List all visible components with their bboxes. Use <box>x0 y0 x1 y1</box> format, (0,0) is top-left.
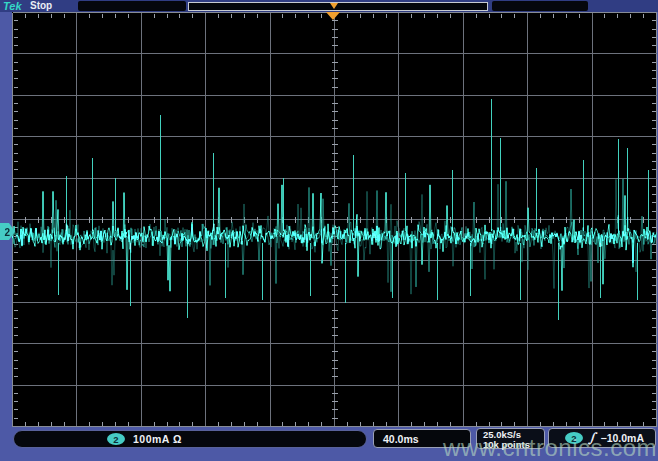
channel2-readout[interactable]: 2 100mA Ω <box>13 430 367 448</box>
titlebar-readout-box-right <box>492 1 588 11</box>
channel2-position-marker[interactable]: 2 <box>0 223 16 240</box>
channel2-scale: 100mA Ω <box>133 433 182 445</box>
rising-edge-icon: ∫ <box>588 433 596 443</box>
trigger-position-icon <box>326 12 340 20</box>
timebase-value: 40.0ms <box>383 433 419 445</box>
record-length: 10k points <box>483 440 544 450</box>
trigger-readout[interactable]: 2 ∫ −10.0mA <box>548 428 656 448</box>
channel2-badge: 2 <box>107 433 125 445</box>
acquisition-readout[interactable]: 25.0kS/s 10k points <box>476 428 545 449</box>
record-view-bar[interactable] <box>188 2 488 11</box>
channel2-waveform <box>12 12 657 427</box>
trigger-level: −10.0mA <box>601 432 645 444</box>
svg-text:2: 2 <box>5 227 11 238</box>
acquisition-status: Stop <box>30 0 52 12</box>
title-bar: Tek Stop <box>0 0 658 12</box>
graticule <box>12 12 657 427</box>
trigger-position-marker-icon <box>330 3 338 9</box>
oscilloscope-screen: Tek Stop 2 2 100mA Ω 40.0ms 25.0kS/s 10k… <box>0 0 658 461</box>
timebase-readout[interactable]: 40.0ms <box>373 429 471 448</box>
trigger-source-badge: 2 <box>565 432 583 444</box>
tek-logo: Tek <box>3 0 22 12</box>
titlebar-readout-box-left <box>78 1 186 11</box>
